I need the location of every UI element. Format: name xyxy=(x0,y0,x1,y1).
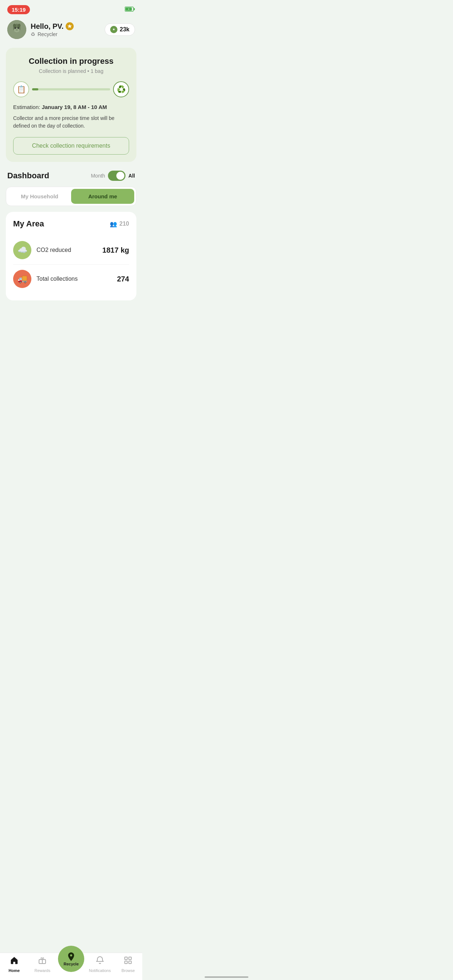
tab-switcher: My Household Around me xyxy=(6,187,136,206)
toggle-group[interactable]: Month All xyxy=(91,170,135,181)
collection-card: Collection in progress Collection is pla… xyxy=(6,48,136,162)
co2-icon: ☁️ xyxy=(13,241,31,259)
svg-point-10 xyxy=(16,30,18,30)
toggle-all-label: All xyxy=(128,173,135,179)
stat-left-co2: ☁️ CO2 reduced xyxy=(13,241,71,259)
badge-icon xyxy=(65,22,74,30)
header: Hello, PV. ♻ Recycler 23k xyxy=(0,17,142,45)
progress-track xyxy=(32,88,110,91)
progress-fill xyxy=(32,88,38,91)
svg-point-8 xyxy=(14,27,16,29)
toggle-month-label: Month xyxy=(91,173,105,179)
progress-bar-container: 📋 ♻️ xyxy=(13,81,129,97)
points-dot-icon xyxy=(110,26,118,33)
stat-row-collections: 🚚 Total collections 274 xyxy=(13,264,129,293)
stat-row-co2: ☁️ CO2 reduced 1817 kg xyxy=(13,236,129,264)
collections-icon: 🚚 xyxy=(13,270,31,288)
progress-end-icon: ♻️ xyxy=(113,81,129,97)
collection-title: Collection in progress xyxy=(13,57,129,66)
svg-marker-12 xyxy=(113,28,115,30)
estimation-text: Estimation: January 19, 8 AM - 10 AM xyxy=(13,104,129,110)
collection-description: Collector and a more precise time slot w… xyxy=(13,115,129,130)
tab-around-me[interactable]: Around me xyxy=(71,189,134,204)
points-value: 23k xyxy=(120,26,129,33)
collections-value: 274 xyxy=(117,275,129,283)
battery-icon xyxy=(125,5,135,14)
svg-marker-11 xyxy=(67,24,72,28)
estimation-date: January 19, 8 AM - 10 AM xyxy=(41,104,107,110)
status-bar: 15:19 xyxy=(0,0,142,17)
dashboard-title: Dashboard xyxy=(7,171,49,180)
area-card: My Area 👥 210 ☁️ CO2 reduced 1817 kg 🚚 T… xyxy=(6,212,136,301)
collection-subtitle: Collection is planned • 1 bag xyxy=(13,68,129,74)
area-card-header: My Area 👥 210 xyxy=(13,219,129,229)
header-info: Hello, PV. ♻ Recycler xyxy=(30,22,105,37)
tab-my-household[interactable]: My Household xyxy=(8,189,71,204)
co2-label: CO2 reduced xyxy=(37,247,71,253)
collections-label: Total collections xyxy=(37,275,78,282)
header-name: Hello, PV. xyxy=(30,22,105,30)
status-time: 15:19 xyxy=(7,5,30,14)
avatar xyxy=(7,20,26,39)
points-badge[interactable]: 23k xyxy=(105,23,135,36)
progress-start-icon: 📋 xyxy=(13,81,29,97)
toggle-knob xyxy=(116,172,124,180)
check-collection-button[interactable]: Check collection requirements xyxy=(13,137,129,154)
dashboard-header: Dashboard Month All xyxy=(0,168,142,187)
stat-left-collections: 🚚 Total collections xyxy=(13,270,78,288)
recycle-icon-small: ♻ xyxy=(30,31,35,37)
svg-point-9 xyxy=(18,27,19,29)
header-subtitle: ♻ Recycler xyxy=(30,31,105,37)
area-count: 👥 210 xyxy=(110,221,129,228)
people-icon: 👥 xyxy=(110,221,117,228)
area-count-value: 210 xyxy=(119,221,129,227)
svg-rect-1 xyxy=(134,8,135,10)
co2-value: 1817 kg xyxy=(102,246,129,255)
dashboard-toggle[interactable] xyxy=(108,170,126,181)
area-title: My Area xyxy=(13,219,44,229)
